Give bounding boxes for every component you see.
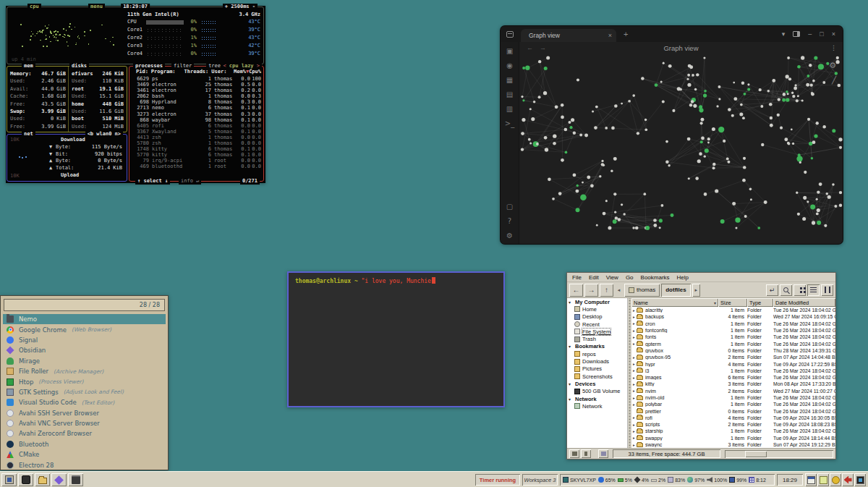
tray-battery[interactable]: 5% [618, 478, 632, 483]
col-threads[interactable]: Threads: [184, 69, 209, 75]
menu-go[interactable]: Go [623, 274, 637, 281]
col-program[interactable]: Program: [151, 69, 184, 75]
obsidian-titlebar[interactable]: Graph view × + ▾ – □ × [501, 26, 843, 42]
file-row[interactable]: ▸fontconfig1 itemFolderTue 26 Mar 2024 1… [631, 327, 835, 334]
menu-edit[interactable]: Edit [586, 274, 602, 281]
process-row[interactable]: 5770kitty6thomas0.10.0 [132, 152, 261, 158]
btop-tab-disks[interactable]: disks [69, 63, 89, 69]
btop-tab-menu[interactable]: menu [88, 4, 105, 10]
search-icon[interactable] [780, 284, 792, 296]
icon-view-icon[interactable] [793, 284, 806, 296]
process-row[interactable]: 469bluetoothd1root0.00.0 [132, 164, 261, 169]
sidebar-item-network[interactable]: ▾Network [567, 395, 627, 402]
file-row[interactable]: ▸hypr4 itemsFolderTue 09 Apr 2024 17:22:… [631, 360, 835, 367]
process-row[interactable]: 2062bash1thomas0.00.3 [132, 93, 261, 99]
terminal-icon[interactable]: >_ [505, 119, 514, 127]
expander-icon[interactable]: ▾ [569, 344, 573, 349]
tray-globe[interactable]: 97% [687, 477, 705, 483]
quick-launch-kitty[interactable] [18, 473, 33, 486]
minimize-button[interactable]: – [808, 30, 812, 38]
sort-right-arrow[interactable]: > [257, 63, 260, 69]
display-button[interactable] [854, 473, 866, 486]
maximize-button[interactable]: □ [820, 30, 823, 38]
up-button[interactable]: ↑ [600, 284, 613, 297]
side-pane-tree-icon[interactable] [581, 449, 591, 458]
menu-help[interactable]: Help [674, 274, 692, 281]
menu-view[interactable]: View [603, 274, 621, 281]
back-button[interactable]: ← [569, 284, 583, 297]
new-tab-button[interactable]: + [624, 30, 628, 38]
menu-file[interactable]: File [569, 274, 584, 281]
row-expander-icon[interactable]: ▸ [631, 362, 637, 366]
launcher-search-input[interactable]: 28 / 28 [4, 299, 165, 311]
scrollbar-thumb[interactable] [745, 451, 767, 457]
window-stack-icon[interactable] [506, 31, 514, 38]
more-options-icon[interactable]: ⋮ [830, 44, 837, 51]
canvas-icon[interactable]: ▦ [506, 76, 513, 84]
sidebar-item-my-computer[interactable]: ▾My Computer [567, 298, 627, 305]
sidebar-item-network[interactable]: Network [567, 402, 627, 410]
list-view-icon[interactable] [807, 284, 820, 296]
file-row[interactable]: ▸scripts2 itemsFolderTue 09 Apr 2024 18:… [631, 421, 835, 428]
process-row[interactable]: 3469electron25thomas0.50.0 [132, 82, 261, 88]
quick-launch-files[interactable] [35, 473, 50, 486]
settings-icon[interactable]: ⚙ [506, 232, 513, 240]
forward-button[interactable]: → [584, 284, 598, 297]
launcher-item-bluetooth[interactable]: Bluetooth [1, 439, 168, 449]
sidebar-item-500-gb-volume[interactable]: 500 GB Volume [567, 388, 627, 395]
tray-volume[interactable]: 100% [707, 477, 727, 483]
clipboard-button[interactable] [805, 473, 817, 486]
row-expander-icon[interactable]: ▸ [631, 402, 637, 407]
process-row[interactable]: 2713nemo6thomas0.10.0 [132, 105, 261, 111]
process-table-header[interactable]: Pid: Program: Threads: User: Mem% ▼Cpu% [132, 69, 261, 75]
file-row[interactable]: ▸swappy1 itemFolderTue 09 Apr 2024 18:14… [631, 435, 835, 441]
graph-canvas[interactable] [519, 55, 843, 231]
vault-switcher-icon[interactable]: ▢ [506, 203, 513, 211]
process-row[interactable]: 868waybar98thomas0.10.0 [132, 117, 261, 123]
sidebar-item-repos[interactable]: repos [567, 350, 627, 357]
sidebar-item-screenshots[interactable]: Screenshots [567, 373, 627, 380]
launcher-item-signal[interactable]: Signal [1, 335, 168, 345]
file-row[interactable]: ▸starship1 itemFolderTue 26 Mar 2024 18:… [631, 428, 835, 434]
process-row[interactable]: 3461electron17thomas0.20.0 [132, 88, 261, 93]
terminal-window[interactable]: thomas@archlinux ~ "i love you, Munchie [287, 271, 505, 407]
new-tab-icon[interactable]: ↵ [766, 284, 778, 296]
file-row[interactable]: ▸backups4 itemsFolderWed 27 Mar 2024 16:… [631, 313, 835, 320]
templates-icon[interactable]: ▥ [506, 105, 513, 113]
col-mem[interactable]: Mem% [232, 69, 246, 75]
row-expander-icon[interactable]: ▸ [631, 342, 637, 346]
tray-bluetooth[interactable]: 65% [598, 477, 616, 483]
file-row[interactable]: ▸fonts1 itemFolderTue 26 Mar 2024 18:04:… [631, 334, 835, 340]
btop-tab-cpu[interactable]: cpu [27, 4, 41, 10]
logout-button[interactable] [842, 473, 854, 486]
launcher-item-nemo[interactable]: Nemo [3, 314, 166, 324]
row-expander-icon[interactable]: ▸ [631, 321, 637, 326]
row-expander-icon[interactable]: ▸ [631, 308, 637, 313]
quick-launch-computer[interactable] [1, 473, 17, 486]
launcher-item-mirage[interactable]: Mirage [1, 356, 168, 366]
sidebar-toggle-icon[interactable] [793, 31, 800, 37]
btop-tab-mem[interactable]: mem [22, 63, 35, 69]
launcher-item-file-roller[interactable]: File Roller(Archive Manager) [1, 366, 168, 376]
process-row[interactable]: 3273electron37thomas0.30.0 [132, 111, 261, 117]
col-user[interactable]: User: [211, 69, 232, 75]
process-row[interactable]: 1748kitty6thomas0.10.0 [132, 146, 261, 152]
row-expander-icon[interactable]: ▸ [631, 329, 637, 333]
process-row[interactable]: 4413zsh1thomas0.00.0 [132, 135, 261, 140]
quick-launch-obsidian[interactable] [51, 473, 67, 486]
launcher-item-avahi-vnc-server-browser[interactable]: Avahi VNC Server Browser [1, 418, 168, 428]
tray-ram[interactable]: 2% [651, 478, 665, 483]
breadcrumb-scroll-left-icon[interactable]: ◂ [615, 284, 623, 297]
file-row[interactable]: ▸gruvbox-952 itemsFolderSun 07 Apr 2024 … [631, 354, 835, 360]
launcher-item-cmake[interactable]: CMake [1, 449, 168, 460]
sidebar-item-trash[interactable]: Trash [567, 335, 627, 342]
col-pid[interactable]: Pid: [132, 69, 148, 75]
column-name[interactable]: Name▾ [631, 298, 718, 307]
row-expander-icon[interactable]: ▸ [631, 335, 637, 339]
expander-icon[interactable]: ▾ [569, 300, 573, 305]
timer-status[interactable]: Timer running [475, 474, 520, 486]
process-row[interactable]: 6629ps1thomas0.0100 [132, 76, 261, 82]
breadcrumb-home[interactable]: thomas [624, 284, 660, 297]
tab-list-chevron-icon[interactable]: ▾ [782, 30, 786, 38]
tray-network[interactable]: SKYVL7XP [563, 477, 596, 483]
